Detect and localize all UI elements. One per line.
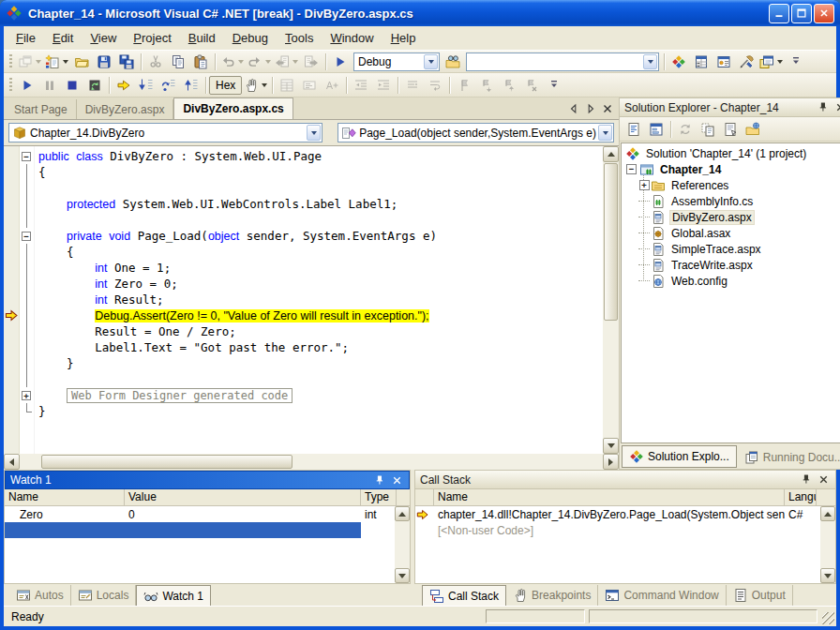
- object-browser-button[interactable]: [712, 52, 735, 72]
- navigate-forward-button[interactable]: [300, 52, 322, 72]
- code-fold-toggle[interactable]: −: [22, 232, 31, 241]
- properties-button[interactable]: [719, 119, 742, 140]
- start-button[interactable]: [329, 52, 352, 72]
- callstack-frame[interactable]: chapter_14.dll!Chapter_14.DivByZero.Page…: [415, 506, 835, 522]
- watch-row-zero[interactable]: Zero0int: [5, 506, 410, 522]
- menu-build[interactable]: Build: [180, 27, 224, 49]
- menu-view[interactable]: View: [82, 27, 125, 49]
- other-windows-button[interactable]: [758, 52, 785, 72]
- menu-edit[interactable]: Edit: [44, 27, 82, 49]
- pushpin-icon[interactable]: [371, 473, 386, 488]
- save-all-button[interactable]: [115, 52, 138, 72]
- word-wrap-button[interactable]: [424, 75, 446, 96]
- document-tab-divbyzero-aspx-cs[interactable]: DivByZero.aspx.cs: [173, 98, 292, 119]
- maximize-button[interactable]: [791, 4, 812, 23]
- find-combo-dropdown[interactable]: [643, 54, 657, 69]
- callstack-scrollbar[interactable]: [820, 506, 835, 583]
- code-editor[interactable]: −public class DivByZero : System.Web.UI.…: [4, 146, 619, 454]
- code-text[interactable]: private void Page_Load(object sender, Sy…: [35, 229, 437, 243]
- solution-configurations-combo[interactable]: Debug: [353, 52, 440, 71]
- bookmark-next-button[interactable]: [475, 75, 498, 96]
- step-over-button[interactable]: [158, 75, 180, 96]
- code-text[interactable]: protected System.Web.UI.WebControls.Labe…: [35, 197, 398, 211]
- menu-debug[interactable]: Debug: [224, 27, 277, 49]
- tree-item-references[interactable]: +References: [622, 177, 840, 193]
- add-item-button[interactable]: [43, 52, 70, 72]
- tree-item-assemblyinfo-cs[interactable]: AssemblyInfo.cs: [622, 193, 840, 209]
- scroll-down-button[interactable]: [820, 568, 835, 583]
- navigate-back-button[interactable]: [273, 52, 300, 72]
- pause-button[interactable]: [38, 75, 61, 96]
- redo-button[interactable]: [246, 52, 273, 72]
- dock-tab-watch-1[interactable]: Watch 1: [136, 585, 211, 608]
- minimize-button[interactable]: [769, 4, 789, 23]
- menu-file[interactable]: File: [8, 27, 44, 49]
- watch-column-type[interactable]: Type: [361, 489, 397, 505]
- pushpin-icon[interactable]: [816, 100, 831, 114]
- code-text[interactable]: public class DivByZero : System.Web.UI.P…: [35, 149, 322, 163]
- pane-tab-running-docu[interactable]: Running Docu...: [738, 447, 840, 468]
- dock-tab-output[interactable]: Output: [727, 585, 793, 606]
- watch-column-value[interactable]: Value: [125, 489, 361, 505]
- dock-tab-call-stack[interactable]: Call Stack: [422, 585, 506, 608]
- stop-button[interactable]: [61, 75, 83, 96]
- scroll-up-button[interactable]: [395, 506, 410, 521]
- tree-item-chapter-14[interactable]: −Chapter_14: [622, 161, 840, 177]
- toolbar-options-button[interactable]: [543, 75, 565, 96]
- watch-column-name[interactable]: Name: [5, 489, 125, 505]
- members-combo[interactable]: Page_Load(object sender,System.EventArgs…: [338, 123, 614, 142]
- callstack-frame[interactable]: [<Non-user Code>]: [415, 522, 835, 538]
- step-into-button[interactable]: [135, 75, 158, 96]
- step-out-button[interactable]: [180, 75, 202, 96]
- restart-button[interactable]: [83, 75, 106, 96]
- types-combo-dropdown[interactable]: [307, 125, 321, 141]
- code-text[interactable]: Label1.Text = "Got past the error.";: [35, 340, 349, 354]
- tree-item-web-config[interactable]: Web.config: [622, 273, 840, 289]
- solution-configurations-combo-dropdown[interactable]: [424, 54, 438, 69]
- scroll-thumb[interactable]: [604, 163, 618, 321]
- breakpoint-margin[interactable]: [4, 308, 20, 322]
- pane-tab-solution-explo[interactable]: Solution Explo...: [622, 445, 737, 468]
- scroll-down-button[interactable]: [395, 568, 410, 583]
- refresh-button[interactable]: [674, 119, 697, 140]
- callstack-column-icon[interactable]: [415, 489, 434, 505]
- dock-tab-breakpoints[interactable]: Breakpoints: [506, 585, 598, 606]
- cut-button[interactable]: [144, 52, 167, 72]
- toolbar-grip[interactable]: [9, 54, 12, 69]
- close-icon[interactable]: [816, 472, 831, 487]
- tree-item-global-asax[interactable]: Global.asax: [622, 225, 840, 241]
- font-size-button[interactable]: [321, 75, 343, 96]
- bookmark-toggle-button[interactable]: [453, 75, 475, 96]
- breakpoints-window-button[interactable]: [242, 75, 269, 96]
- watch-titlebar[interactable]: Watch 1: [5, 471, 410, 489]
- editor-horizontal-scrollbar[interactable]: [4, 454, 619, 470]
- indent-increase-button[interactable]: [372, 75, 395, 96]
- bookmark-clear-button[interactable]: [520, 75, 543, 96]
- code-text[interactable]: }: [35, 356, 74, 370]
- solution-explorer-button[interactable]: [668, 52, 690, 72]
- find-in-files-button[interactable]: [442, 52, 464, 72]
- find-combo[interactable]: [466, 52, 659, 71]
- code-text[interactable]: Result = One / Zero;: [35, 324, 236, 338]
- tree-item-simpletrace-aspx[interactable]: SimpleTrace.aspx: [622, 241, 840, 257]
- watch-scrollbar[interactable]: [395, 506, 410, 583]
- tree-expander[interactable]: −: [626, 164, 637, 174]
- types-combo[interactable]: Chapter_14.DivByZero: [8, 123, 322, 142]
- close-document-button[interactable]: [600, 101, 615, 115]
- properties-grid-button[interactable]: [276, 75, 298, 96]
- code-fold-toggle[interactable]: −: [22, 152, 31, 161]
- indent-decrease-button[interactable]: [350, 75, 372, 96]
- close-button[interactable]: [814, 4, 834, 23]
- solution-explorer-titlebar[interactable]: Solution Explorer - Chapter_14: [620, 98, 840, 117]
- toolbox-button[interactable]: [735, 52, 758, 72]
- code-text[interactable]: Web Form Designer generated code: [35, 388, 292, 402]
- code-fold-toggle[interactable]: +: [22, 391, 31, 400]
- code-text[interactable]: Debug.Assert(Zero != 0, "Value of Zero w…: [35, 308, 429, 322]
- view-designer-button[interactable]: [645, 119, 668, 140]
- document-tab-start-page[interactable]: Start Page: [6, 99, 77, 119]
- close-icon[interactable]: [389, 473, 404, 488]
- close-icon[interactable]: [833, 100, 840, 114]
- code-text[interactable]: {: [35, 245, 74, 259]
- scroll-tabs-right-button[interactable]: [583, 101, 598, 115]
- watch-new-row[interactable]: [5, 522, 410, 538]
